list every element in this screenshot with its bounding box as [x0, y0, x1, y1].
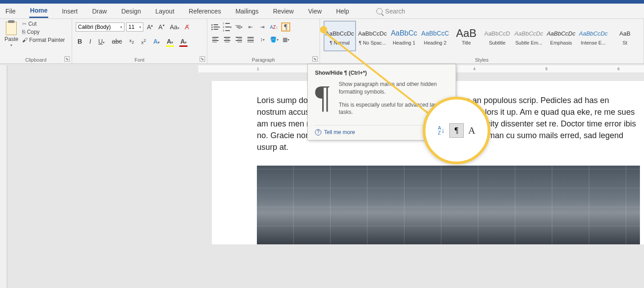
style-preview: AaBbCcDc	[547, 27, 575, 40]
style-name: Emphasis	[547, 40, 575, 45]
style-name: Title	[452, 40, 480, 45]
style-preview: AaBbCc	[391, 27, 417, 40]
shading-button[interactable]: 🪣▾	[269, 35, 279, 44]
tab-home[interactable]: Home	[29, 4, 49, 18]
bold-button[interactable]: B	[76, 37, 84, 46]
sort-button[interactable]: AZ↓	[269, 22, 279, 32]
style-emphasis[interactable]: AaBbCcDcEmphasis	[545, 21, 577, 51]
style-preview: AaBbCcC	[421, 27, 449, 40]
paste-icon	[6, 22, 17, 35]
help-icon: ?	[315, 129, 321, 135]
clipboard-group-label: Clipboard	[0, 57, 72, 63]
copy-button[interactable]: ⎘Copy	[22, 29, 65, 35]
callout-dot	[320, 26, 327, 33]
align-right-button[interactable]	[234, 35, 243, 44]
style-preview: AaBbCcD	[484, 27, 510, 40]
style-preview: AaB	[619, 27, 630, 40]
ruler-mark: 4	[473, 67, 475, 71]
font-group-label: Font	[72, 57, 207, 63]
tab-file[interactable]: File	[5, 5, 17, 18]
tab-help[interactable]: Help	[335, 5, 350, 18]
search-placeholder: Search	[385, 8, 405, 15]
ruler-mark: 5	[545, 67, 548, 71]
show-hide-button[interactable]: ¶	[281, 22, 290, 32]
paste-button[interactable]: Paste ▾	[4, 21, 19, 48]
style-subtitle[interactable]: AaBbCcDSubtitle	[482, 21, 512, 51]
italic-button[interactable]: I	[87, 37, 93, 46]
ruler-mark: 1	[257, 67, 259, 71]
style-intense-e-[interactable]: AaBbCcDcIntense E...	[578, 21, 609, 51]
justify-button[interactable]	[246, 35, 255, 44]
tab-layout[interactable]: Layout	[155, 5, 175, 18]
style-name: Heading 1	[390, 40, 418, 45]
style-heading-1[interactable]: AaBbCcHeading 1	[389, 21, 419, 51]
tab-mailings[interactable]: Mailings	[234, 5, 259, 18]
ribbon-tabs: File Home Insert Draw Design Layout Refe…	[0, 4, 644, 19]
style--no-spac-[interactable]: AaBbCcDc¶ No Spac...	[357, 21, 388, 51]
zoom-sort-z: Z	[438, 130, 441, 135]
style--normal[interactable]: AaBbCcDc¶ Normal	[324, 21, 356, 51]
decrease-indent-button[interactable]: ⇤	[246, 22, 255, 32]
cut-button[interactable]: ✂Cut	[22, 21, 65, 27]
zoom-pilcrow-button: ¶	[449, 123, 464, 138]
ribbon: Paste ▾ ✂Cut ⎘Copy 🖌Format Painter Clipb…	[0, 19, 644, 64]
scissors-icon: ✂	[22, 21, 27, 27]
search-box[interactable]: Search	[376, 8, 405, 15]
subscript-button[interactable]: x2	[128, 37, 136, 45]
line-spacing-button[interactable]: ↕▾	[258, 35, 267, 44]
chevron-down-icon: ▾	[139, 25, 141, 29]
document-image[interactable]	[257, 166, 640, 244]
strikethrough-button[interactable]: abc	[110, 37, 124, 46]
font-group: Calibri (Body)▾ 11▾ A▴ A▾ Aa▾ A̸ B I U▾ …	[72, 19, 207, 63]
clipboard-launcher[interactable]: ⬊	[64, 56, 70, 62]
brush-icon: 🖌	[22, 37, 27, 43]
multilevel-button[interactable]: ▾	[234, 22, 243, 32]
tell-me-more-label: Tell me more	[324, 129, 355, 135]
style-st[interactable]: AaBSt	[610, 21, 640, 51]
increase-indent-button[interactable]: ⇥	[258, 22, 267, 32]
style-heading-2[interactable]: AaBbCcCHeading 2	[420, 21, 450, 51]
highlight-button[interactable]: A▾	[165, 37, 175, 46]
tab-design[interactable]: Design	[120, 5, 142, 18]
tab-draw[interactable]: Draw	[91, 5, 108, 18]
underline-button[interactable]: U▾	[96, 37, 106, 46]
paragraph-group: ▾ 123▾ ▾ ⇤ ⇥ AZ↓ ¶ ↕▾ 🪣▾ ▦▾ Paragraph ⬊	[207, 19, 320, 63]
align-center-button[interactable]	[223, 35, 232, 44]
font-size-combo[interactable]: 11▾	[126, 22, 143, 32]
tab-view[interactable]: View	[307, 5, 323, 18]
clear-format-button[interactable]: A̸	[183, 22, 191, 32]
change-case-button[interactable]: Aa▾	[168, 22, 181, 32]
chevron-down-icon: ▾	[10, 43, 12, 47]
style-name: Heading 2	[421, 40, 449, 45]
font-launcher[interactable]: ⬊	[200, 56, 205, 62]
style-preview: AaB	[456, 27, 476, 40]
style-subtle-em-[interactable]: AaBbCcDcSubtle Em...	[513, 21, 545, 51]
grow-font-button[interactable]: A▴	[145, 22, 155, 32]
numbering-button[interactable]: 123▾	[223, 22, 232, 32]
format-painter-button[interactable]: 🖌Format Painter	[22, 37, 65, 43]
copy-icon: ⎘	[22, 29, 25, 35]
paragraph-group-label: Paragraph	[207, 57, 320, 63]
tab-references[interactable]: References	[188, 5, 222, 18]
tab-insert[interactable]: Insert	[61, 5, 78, 18]
tooltip-title: Show/Hide ¶ (Ctrl+*)	[315, 70, 448, 76]
paragraph-launcher[interactable]: ⬊	[312, 56, 318, 62]
style-name: ¶ No Spac...	[358, 40, 387, 45]
paste-label: Paste	[5, 36, 18, 42]
style-name: Subtitle	[484, 40, 511, 45]
title-bar	[0, 0, 644, 4]
style-title[interactable]: AaBTitle	[451, 21, 481, 51]
align-left-button[interactable]	[211, 35, 220, 44]
shrink-font-button[interactable]: A▾	[156, 22, 166, 32]
zoom-arrow-icon: ↓	[441, 126, 445, 135]
vertical-ruler	[0, 65, 7, 288]
superscript-button[interactable]: x2	[139, 37, 148, 46]
font-color-button[interactable]: A▾	[178, 37, 188, 46]
tab-review[interactable]: Review	[272, 5, 295, 18]
text-effects-button[interactable]: A▾	[151, 37, 161, 46]
bullets-button[interactable]: ▾	[211, 22, 220, 32]
font-name-combo[interactable]: Calibri (Body)▾	[76, 22, 124, 32]
zoom-sort-icon: AZ ↓	[438, 126, 444, 135]
style-name: Intense E...	[579, 40, 608, 45]
borders-button[interactable]: ▦▾	[281, 35, 290, 44]
